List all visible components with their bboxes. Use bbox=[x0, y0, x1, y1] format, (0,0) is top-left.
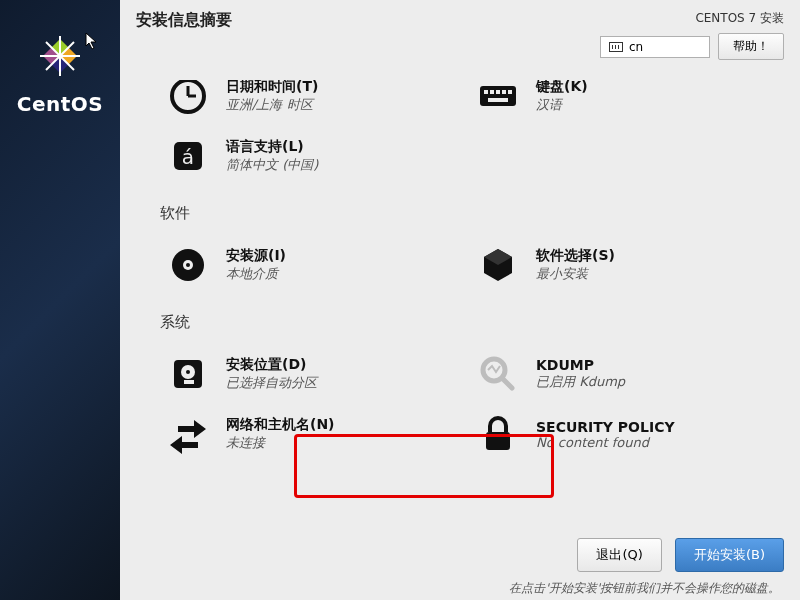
clock-icon bbox=[166, 80, 210, 118]
spoke-status: 已启用 Kdump bbox=[536, 373, 625, 391]
begin-install-button[interactable]: 开始安装(B) bbox=[675, 538, 784, 572]
centos-logo-icon bbox=[32, 28, 88, 84]
spoke-title: 软件选择(S) bbox=[536, 247, 615, 265]
spoke-title: KDUMP bbox=[536, 357, 625, 373]
section-software-label: 软件 bbox=[160, 204, 800, 223]
hdd-icon bbox=[166, 352, 210, 396]
spoke-status: 未连接 bbox=[226, 434, 335, 452]
spoke-kdump[interactable]: KDUMP 已启用 Kdump bbox=[470, 344, 780, 404]
spoke-title: 网络和主机名(N) bbox=[226, 416, 335, 434]
spoke-security-policy[interactable]: SECURITY POLICY No content found bbox=[470, 404, 780, 464]
svg-rect-29 bbox=[486, 432, 510, 450]
disc-icon bbox=[166, 243, 210, 287]
spoke-status: 本地介质 bbox=[226, 265, 286, 283]
spoke-title: 安装源(I) bbox=[226, 247, 286, 265]
spoke-status: 亚洲/上海 时区 bbox=[226, 96, 318, 114]
spoke-title: SECURITY POLICY bbox=[536, 419, 675, 435]
spoke-title: 键盘(K) bbox=[536, 80, 588, 96]
spoke-software-selection[interactable]: 软件选择(S) 最小安装 bbox=[470, 235, 780, 295]
language-icon: á bbox=[166, 134, 210, 178]
svg-line-28 bbox=[502, 378, 512, 388]
main-panel: 安装信息摘要 CENTOS 7 安装 cn 帮助！ 日期和时间(T) 亚洲/上海… bbox=[120, 0, 800, 600]
keyboard-mini-icon bbox=[609, 42, 623, 52]
svg-rect-17 bbox=[488, 98, 508, 102]
spoke-title: 日期和时间(T) bbox=[226, 80, 318, 96]
spoke-title: 安装位置(D) bbox=[226, 356, 317, 374]
svg-point-25 bbox=[186, 370, 190, 374]
spoke-datetime[interactable]: 日期和时间(T) 亚洲/上海 时区 bbox=[160, 80, 470, 126]
footer-hint: 在点击'开始安装'按钮前我们并不会操作您的磁盘。 bbox=[120, 580, 784, 597]
svg-rect-13 bbox=[490, 90, 494, 94]
spoke-status: No content found bbox=[536, 435, 675, 450]
svg-rect-16 bbox=[508, 90, 512, 94]
spoke-language[interactable]: á 语言支持(L) 简体中文 (中国) bbox=[160, 126, 470, 186]
spoke-status: 最小安装 bbox=[536, 265, 615, 283]
page-title: 安装信息摘要 bbox=[136, 10, 232, 31]
spoke-title: 语言支持(L) bbox=[226, 138, 318, 156]
installer-subtitle: CENTOS 7 安装 bbox=[695, 10, 784, 27]
spoke-network[interactable]: 网络和主机名(N) 未连接 bbox=[160, 404, 470, 464]
spoke-keyboard[interactable]: 键盘(K) 汉语 bbox=[470, 80, 780, 126]
sidebar: CentOS bbox=[0, 0, 120, 600]
spoke-install-destination[interactable]: 安装位置(D) 已选择自动分区 bbox=[160, 344, 470, 404]
spoke-status: 简体中文 (中国) bbox=[226, 156, 318, 174]
svg-rect-26 bbox=[184, 380, 194, 384]
section-system-label: 系统 bbox=[160, 313, 800, 332]
lock-icon bbox=[476, 412, 520, 456]
spoke-install-source[interactable]: 安装源(I) 本地介质 bbox=[160, 235, 470, 295]
svg-rect-11 bbox=[480, 86, 516, 106]
magnifier-icon bbox=[476, 352, 520, 396]
spoke-status: 汉语 bbox=[536, 96, 588, 114]
keyboard-layout-code: cn bbox=[629, 40, 643, 54]
spoke-status: 已选择自动分区 bbox=[226, 374, 317, 392]
footer: 退出(Q) 开始安装(B) 在点击'开始安装'按钮前我们并不会操作您的磁盘。 bbox=[120, 530, 800, 600]
svg-point-22 bbox=[186, 263, 190, 267]
svg-rect-15 bbox=[502, 90, 506, 94]
package-icon bbox=[476, 243, 520, 287]
network-arrows-icon bbox=[166, 412, 210, 456]
svg-rect-12 bbox=[484, 90, 488, 94]
topbar: 安装信息摘要 CENTOS 7 安装 cn 帮助！ bbox=[120, 0, 800, 62]
help-button[interactable]: 帮助！ bbox=[718, 33, 784, 60]
svg-rect-14 bbox=[496, 90, 500, 94]
keyboard-icon bbox=[476, 80, 520, 118]
brand-text: CentOS bbox=[17, 92, 103, 116]
quit-button[interactable]: 退出(Q) bbox=[577, 538, 661, 572]
summary-content: 日期和时间(T) 亚洲/上海 时区 键盘(K) 汉语 á 语言支持(L) 简体中… bbox=[120, 80, 800, 600]
svg-text:á: á bbox=[182, 145, 194, 169]
keyboard-layout-indicator[interactable]: cn bbox=[600, 36, 710, 58]
